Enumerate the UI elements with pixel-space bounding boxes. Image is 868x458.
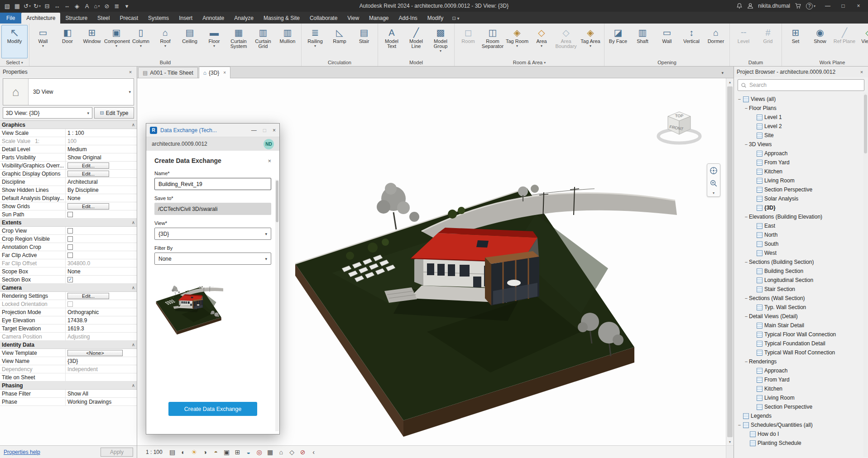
crop-view-icon[interactable]: ▣ (222, 447, 232, 457)
tree-expander-icon[interactable]: − (743, 259, 749, 265)
tree-item-renderings[interactable]: −Renderings (734, 357, 868, 366)
instance-selector-dropdown-icon[interactable]: ▾ (87, 111, 89, 115)
tool-model-model-text[interactable]: AModel Text▾ (379, 25, 404, 58)
view-tab-overflow-icon[interactable]: ▾ (721, 71, 724, 456)
tool-build-curtain-grid[interactable]: ▥Curtain Grid▾ (251, 25, 275, 58)
property-rendering-settings-edit-button[interactable]: Edit... (67, 293, 109, 299)
open-icon[interactable]: ▧ (3, 1, 12, 10)
tool-circulation-ramp[interactable]: ◺Ramp▾ (327, 25, 352, 58)
tree-expander-icon[interactable]: − (743, 105, 749, 111)
ribbon-tab-massing-site[interactable]: Massing & Site (259, 13, 305, 24)
tool-build-ceiling[interactable]: ▤Ceiling▾ (177, 25, 202, 58)
ribbon-tab-architecture[interactable]: Architecture (21, 13, 60, 24)
tree-item-living-room[interactable]: Living Room (734, 393, 868, 402)
tool-room-area-area[interactable]: ◇Area▾ (529, 25, 554, 58)
ribbon-tab-manage[interactable]: Manage (364, 13, 393, 24)
close-window-button[interactable]: × (851, 0, 866, 12)
property-section-graphics[interactable]: Graphics∧ (0, 121, 137, 129)
tree-item-approach[interactable]: Approach (734, 366, 868, 375)
ribbon-tab-insert[interactable]: Insert (174, 13, 197, 24)
ribbon-tab-systems[interactable]: Systems (143, 13, 174, 24)
tool-build-floor[interactable]: ▬Floor▾ (202, 25, 226, 58)
tool-room-area-tag-room[interactable]: ◈Tag Room▾ (505, 25, 529, 58)
ribbon-tab-annotate[interactable]: Annotate (197, 13, 229, 24)
tool-build-component[interactable]: ▣Component▾ (104, 25, 129, 58)
tool-opening-vertical[interactable]: ↕Vertical▾ (679, 25, 704, 58)
property-visibility-graphics-overr-edit-button[interactable]: Edit... (67, 162, 109, 169)
saveto-field[interactable]: /CCTech/Civil 3D/swarali (154, 203, 271, 215)
property-crop-view-checkbox[interactable] (67, 228, 73, 234)
tree-item-north[interactable]: North (734, 230, 868, 239)
tool-room-area-room[interactable]: ◻Room▾ (456, 25, 480, 58)
user-account-icon[interactable] (747, 3, 753, 9)
tool-room-area-room-separator[interactable]: ◫Room Separator▾ (480, 25, 505, 58)
tree-item-from-yard[interactable]: From Yard (734, 375, 868, 384)
ribbon-tab-precast[interactable]: Precast (115, 13, 143, 24)
collapse-section-icon[interactable]: ∧ (132, 383, 135, 388)
apply-button[interactable]: Apply (101, 448, 133, 457)
temporary-view-properties-icon[interactable]: ▦ (265, 447, 275, 457)
tree-item-typ-wall-section[interactable]: Typ. Wall Section (734, 303, 868, 312)
minimize-window-button[interactable]: — (820, 0, 835, 12)
tool-opening-by-face[interactable]: ◪By Face▾ (606, 25, 630, 58)
dialog-scrollbar-thumb[interactable] (276, 181, 278, 222)
tree-item-typical-floor-wall-connection[interactable]: Typical Floor Wall Connection (734, 330, 868, 339)
ribbon-tab-add-ins[interactable]: Add-Ins (393, 13, 422, 24)
store-cart-icon[interactable] (795, 3, 801, 9)
view-scale-button[interactable]: 1 : 100 (142, 448, 167, 457)
name-input[interactable] (154, 178, 271, 190)
tree-item-views-all[interactable]: −Views (all) (734, 95, 868, 104)
navigation-bar-expand-icon[interactable]: ▾ (708, 190, 719, 196)
tool-circulation-stair[interactable]: ▤Stair▾ (352, 25, 376, 58)
view-tab-a001-title-sheet[interactable]: ▤A001 - Title Sheet (138, 67, 198, 78)
property-section-extents[interactable]: Extents∧ (0, 219, 137, 227)
detail-level-icon[interactable]: ▤ (168, 447, 177, 457)
tag-by-category-icon[interactable]: ◈ (72, 1, 82, 10)
tool-datum-grid[interactable]: #Grid▾ (756, 25, 780, 58)
property-graphic-display-options-edit-button[interactable]: Edit... (67, 171, 109, 177)
viewcube-top-label[interactable]: TOP (675, 114, 683, 118)
thin-lines-icon[interactable]: ≣ (112, 1, 121, 10)
tree-item-west[interactable]: West (734, 248, 868, 258)
tree-item-main-stair-detail[interactable]: Main Stair Detail (734, 321, 868, 330)
ribbon-tab-file[interactable]: File (0, 13, 21, 24)
tree-expander-icon[interactable]: − (737, 422, 742, 428)
edit-type-button[interactable]: ⊟ Edit Type (94, 107, 134, 119)
tree-item-kitchen[interactable]: Kitchen (734, 167, 868, 176)
ribbon-state-toggle-icon[interactable]: ⊡ ▾ (452, 16, 459, 24)
tree-item-building-section[interactable]: Building Section (734, 267, 868, 276)
reveal-hidden-elements-icon[interactable]: ◎ (254, 447, 264, 457)
ribbon-tab-modify[interactable]: Modify (422, 13, 448, 24)
property-view-template-button[interactable]: <None> (67, 350, 123, 356)
tool-opening-shaft[interactable]: ▥Shaft▾ (630, 25, 655, 58)
ribbon-tab-structure[interactable]: Structure (60, 13, 92, 24)
tree-item-sections-wall-section[interactable]: −Sections (Wall Section) (734, 294, 868, 303)
tree-item-typical-wall-roof-connection[interactable]: Typical Wall Roof Connection (734, 348, 868, 357)
dialog-close-button[interactable]: × (273, 127, 276, 134)
tree-item-stair-section[interactable]: Stair Section (734, 285, 868, 294)
tool-work-plane-viewer[interactable]: ◇Viewer▾ (857, 25, 868, 58)
ribbon-group-label-build[interactable]: Build (29, 59, 301, 66)
view-tab-3d[interactable]: ⌂{3D}× (199, 67, 230, 78)
tree-item-planting-schedule[interactable]: Planting Schedule (734, 439, 868, 448)
tool-model-model-line[interactable]: ╱Model Line▾ (404, 25, 428, 58)
show-crop-region-icon[interactable]: ⊞ (233, 447, 243, 457)
tree-item-sections-building-section[interactable]: −Sections (Building Section) (734, 258, 868, 267)
temporary-hide-isolate-icon[interactable]: ◒ (244, 447, 254, 457)
tree-item-longitudinal-section[interactable]: Longitudinal Section (734, 276, 868, 285)
tree-item-site[interactable]: Site (734, 131, 868, 140)
create-data-exchange-button[interactable]: Create Data Exchange (168, 402, 257, 416)
tool-circulation-railing[interactable]: ≣Railing▾ (303, 25, 327, 58)
tree-item-detail-views-detail[interactable]: −Detail Views (Detail) (734, 312, 868, 321)
tree-item-approach[interactable]: Approach (734, 149, 868, 158)
type-selector[interactable]: ⌂ 3D View ▾ (3, 78, 134, 105)
property-crop-region-visible-checkbox[interactable] (67, 236, 73, 242)
tree-item-from-yard[interactable]: From Yard (734, 158, 868, 167)
properties-close-icon[interactable]: × (127, 69, 134, 75)
notifications-icon[interactable] (736, 3, 743, 9)
undo-icon[interactable]: ↺▾ (23, 1, 32, 10)
tool-build-door[interactable]: ◧Door▾ (55, 25, 80, 58)
tool-datum-level[interactable]: ╌Level▾ (731, 25, 756, 58)
redo-icon[interactable]: ↻▾ (33, 1, 42, 10)
tool-work-plane-show[interactable]: ◉Show▾ (808, 25, 832, 58)
